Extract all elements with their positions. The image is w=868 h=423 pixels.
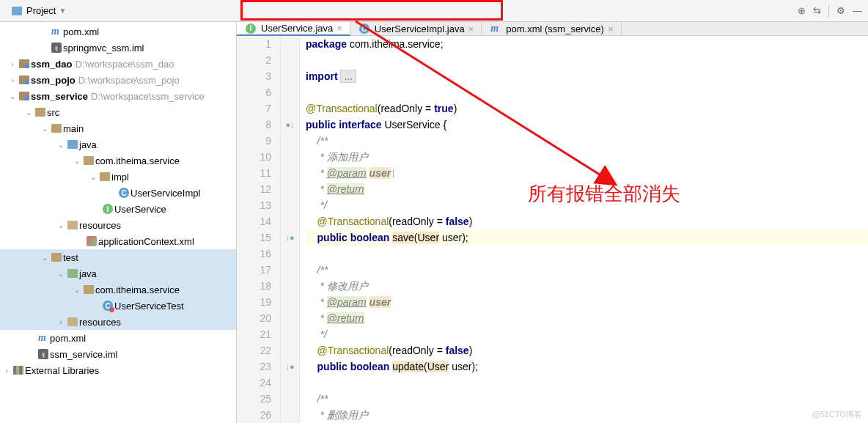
test-class-icon: C: [101, 301, 114, 311]
close-icon[interactable]: ×: [608, 23, 614, 34]
impl-marker-icon[interactable]: ●: [281, 358, 299, 375]
tree-file-pom1[interactable]: mpom.xml: [0, 23, 236, 40]
marker-gutter: ● ● ●: [281, 36, 300, 423]
tree-package[interactable]: ⌄com.itheima.service: [0, 152, 236, 169]
chevron-down-icon[interactable]: ⌄: [56, 270, 66, 278]
ij-file-icon: ij: [50, 43, 63, 53]
chevron-down-icon: ▼: [59, 7, 66, 15]
chevron-down-icon[interactable]: ⌄: [56, 141, 66, 149]
chevron-down-icon[interactable]: ⌄: [40, 254, 50, 262]
maven-icon: m: [37, 333, 50, 343]
tree-module-ssm-dao[interactable]: ›ssm_daoD:\workspace\ssm_dao: [0, 56, 236, 72]
tree-module-ssm-service[interactable]: ⌄ssm_serviceD:\workspace\ssm_service: [0, 88, 236, 104]
override-marker-icon[interactable]: ●: [281, 117, 299, 133]
chevron-down-icon[interactable]: ⌄: [56, 221, 66, 229]
tree-folder-test-resources[interactable]: ›resources: [0, 314, 236, 330]
tab-userservice[interactable]: IUserService.java×: [237, 22, 350, 36]
folder-icon: [50, 124, 63, 133]
chevron-down-icon[interactable]: ⌄: [23, 108, 34, 117]
resources-folder-icon: [66, 317, 79, 326]
close-icon[interactable]: ×: [336, 23, 342, 34]
tab-userserviceimpl[interactable]: CUserServiceImpl.java×: [350, 22, 482, 35]
tab-label: UserServiceImpl.java: [375, 23, 465, 34]
chevron-right-icon[interactable]: ›: [7, 76, 18, 84]
module-icon: [18, 92, 31, 100]
annotation-text: 所有报错全部消失: [528, 181, 680, 207]
code-area[interactable]: package com.itheima.service; import ... …: [300, 36, 868, 423]
line-gutter: 1 2 3 6 7 8 9 10 11 12 13 14 15 16 17 18…: [237, 36, 281, 423]
project-selector[interactable]: Project ▼: [6, 4, 70, 18]
chevron-down-icon[interactable]: ⌄: [7, 92, 18, 100]
toolbar: Project ▼ ⊕ ⇆ ⚙ —: [0, 0, 868, 22]
editor[interactable]: 1 2 3 6 7 8 9 10 11 12 13 14 15 16 17 18…: [237, 36, 868, 423]
folder-icon: [34, 108, 47, 117]
tree-file-iml[interactable]: ijspringmvc_ssm.iml: [0, 40, 236, 56]
tree-folder-resources[interactable]: ⌄resources: [0, 217, 236, 233]
tree-folder-impl[interactable]: ⌄impl: [0, 169, 236, 185]
tab-label: UserService.java: [261, 23, 333, 34]
tree-file-appctx[interactable]: applicationContext.xml: [0, 233, 236, 249]
tree-folder-src[interactable]: ⌄src: [0, 104, 236, 120]
tree-class-userserviceimpl[interactable]: CUserServiceImpl: [0, 185, 236, 201]
tree-file-service-iml[interactable]: ijssm_service.iml: [0, 346, 236, 362]
chevron-right-icon[interactable]: ›: [56, 318, 66, 326]
chevron-down-icon[interactable]: ⌄: [88, 173, 98, 181]
gear-icon[interactable]: ⚙: [836, 5, 845, 16]
ij-file-icon: ij: [37, 349, 50, 359]
class-icon: C: [358, 23, 371, 34]
test-folder-icon: [66, 269, 79, 278]
tree-folder-test-java[interactable]: ⌄java: [0, 265, 236, 282]
watermark: @51CTO博客: [812, 409, 862, 420]
tree-package-test[interactable]: ⌄com.itheima.service: [0, 282, 236, 298]
chevron-down-icon[interactable]: ⌄: [72, 157, 82, 165]
maven-icon: m: [50, 26, 63, 37]
interface-icon: I: [101, 204, 114, 214]
libraries-icon: [12, 366, 25, 375]
text-caret: [391, 167, 398, 179]
chevron-down-icon[interactable]: ⌄: [72, 286, 82, 294]
expand-icon[interactable]: ⇆: [813, 5, 821, 16]
package-icon: [82, 156, 95, 165]
close-icon[interactable]: ×: [468, 23, 474, 34]
folder-icon: [50, 253, 63, 262]
tree-folder-main[interactable]: ⌄main: [0, 120, 236, 136]
package-icon: [82, 285, 95, 294]
xml-icon: [85, 236, 98, 246]
tree-file-pom2[interactable]: mpom.xml: [0, 330, 236, 346]
project-icon: [10, 7, 23, 15]
target-icon[interactable]: ⊕: [798, 5, 806, 16]
tree-class-userservicetest[interactable]: CUserServiceTest: [0, 298, 236, 314]
tab-label: pom.xml (ssm_service): [506, 23, 604, 34]
divider: [828, 4, 829, 18]
tab-pom[interactable]: mpom.xml (ssm_service)×: [482, 22, 621, 35]
resources-folder-icon: [66, 221, 79, 229]
tree-module-ssm-pojo[interactable]: ›ssm_pojoD:\workspace\ssm_pojo: [0, 72, 236, 88]
tree-external-libs[interactable]: ›External Libraries: [0, 362, 236, 378]
interface-icon: I: [244, 23, 257, 34]
project-label: Project: [26, 5, 56, 16]
chevron-right-icon[interactable]: ›: [7, 60, 18, 68]
chevron-down-icon[interactable]: ⌄: [40, 125, 50, 133]
tree-folder-src-java[interactable]: ⌄java: [0, 136, 236, 152]
maven-icon: m: [489, 23, 502, 34]
source-folder-icon: [66, 140, 79, 149]
package-icon: [98, 172, 111, 181]
tree-folder-test[interactable]: ⌄test: [0, 249, 236, 265]
chevron-right-icon[interactable]: ›: [1, 367, 12, 375]
impl-marker-icon[interactable]: ●: [281, 229, 299, 246]
project-tree[interactable]: mpom.xml ijspringmvc_ssm.iml ›ssm_daoD:\…: [0, 22, 237, 423]
editor-tabs: IUserService.java× CUserServiceImpl.java…: [237, 22, 868, 36]
module-icon: [18, 76, 31, 84]
minimize-icon[interactable]: —: [853, 5, 862, 16]
class-icon: C: [117, 188, 130, 198]
module-icon: [18, 59, 31, 68]
tree-interface-userservice[interactable]: IUserService: [0, 201, 236, 217]
